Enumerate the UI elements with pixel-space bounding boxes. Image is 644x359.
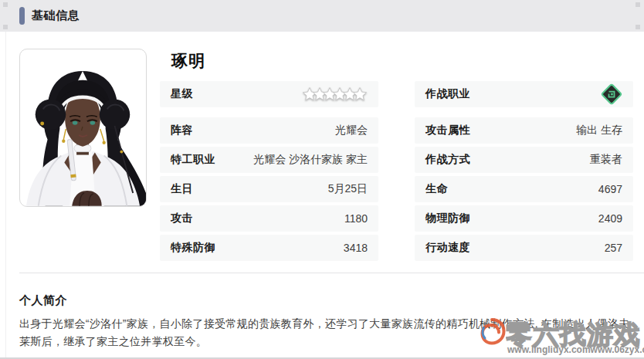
faction-value: 光耀会	[335, 124, 368, 137]
birthday-label: 生日	[171, 182, 193, 196]
guardian-class-icon	[601, 83, 622, 105]
agent-occupation-label: 特工职业	[171, 153, 215, 167]
section-header: 基础信息	[0, 0, 644, 32]
star-rating-icon	[303, 86, 368, 103]
action-speed-value: 257	[605, 242, 622, 254]
info-row-combat-style: 作战方式 重装者	[415, 147, 633, 173]
bio-title: 个人简介	[19, 293, 67, 308]
info-row-action-speed: 行动速度 257	[415, 235, 633, 261]
resize-handle-top-left[interactable]	[3, 2, 8, 7]
character-name: 琢明	[171, 50, 205, 72]
info-row-attack-attribute: 攻击属性 输出 生存	[415, 117, 633, 144]
special-defense-label: 特殊防御	[171, 241, 215, 255]
info-row-hp: 生命 4697	[415, 176, 633, 202]
character-portrait[interactable]	[19, 49, 147, 207]
info-row-agent-occupation: 特工职业 光耀会 沙洛什家族 家主	[160, 147, 378, 173]
birthday-value: 5月25日	[328, 182, 368, 196]
info-row-attack: 攻击 1180	[160, 205, 378, 232]
special-defense-value: 3418	[344, 242, 368, 254]
resize-handle-bottom-left[interactable]	[3, 25, 8, 29]
info-column-right: 作战职业 攻击属性 输出 生存 作战方式 重装者 生命 4697 物理防御 24…	[415, 81, 633, 264]
page-left-border	[5, 32, 6, 359]
agent-occupation-value: 光耀会 沙洛什家族 家主	[253, 153, 368, 167]
action-speed-label: 行动速度	[425, 241, 470, 255]
info-row-birthday: 生日 5月25日	[160, 176, 378, 202]
attack-attribute-value: 输出 生存	[576, 124, 622, 137]
attack-value: 1180	[344, 212, 368, 225]
info-row-combat-class: 作战职业	[415, 81, 633, 107]
header-accent-bar	[19, 7, 25, 25]
hp-value: 4697	[598, 183, 622, 195]
character-portrait-illustration	[20, 49, 146, 206]
star-rating-label: 星级	[171, 87, 193, 101]
info-row-faction: 阵容 光耀会	[160, 117, 378, 144]
info-row-special-defense: 特殊防御 3418	[160, 235, 378, 261]
section-divider	[19, 273, 644, 273]
faction-label: 阵容	[171, 124, 193, 137]
info-row-physical-defense: 物理防御 2409	[415, 205, 633, 232]
attack-attribute-label: 攻击属性	[425, 124, 470, 137]
physical-defense-label: 物理防御	[425, 212, 470, 225]
info-row-star-rating: 星级	[160, 81, 378, 107]
resize-handle-bottom-right[interactable]	[636, 25, 640, 29]
bio-text: 出身于光耀会“沙洛什”家族，自小除了接受常规的贵族教育外，还学习了大量家族流传的…	[19, 315, 631, 351]
combat-class-label: 作战职业	[425, 87, 470, 101]
character-info-page: 基础信息	[0, 0, 644, 359]
resize-handle-top-right[interactable]	[636, 2, 640, 7]
attack-label: 攻击	[171, 212, 193, 225]
info-column-left: 星级 阵容 光耀会 特工职业 光耀会 沙洛什家族 家主 生日 5月25日 攻击 …	[160, 81, 378, 264]
combat-style-value: 重装者	[590, 153, 622, 167]
section-title: 基础信息	[32, 8, 80, 23]
combat-style-label: 作战方式	[425, 153, 470, 167]
physical-defense-value: 2409	[598, 212, 622, 225]
hp-label: 生命	[425, 182, 448, 196]
